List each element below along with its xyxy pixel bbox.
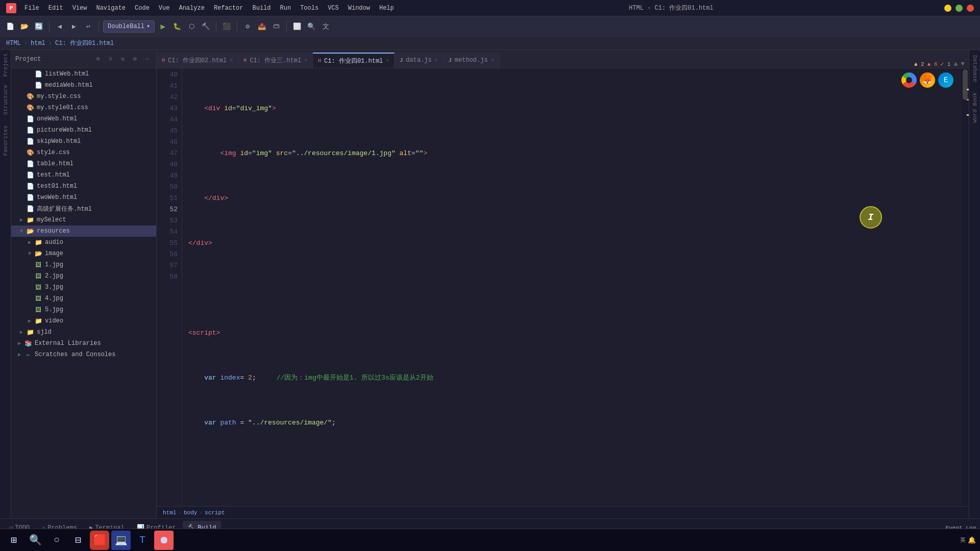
taskbar-notification[interactable]: 🔔: [968, 536, 976, 544]
menu-analyze[interactable]: Analyze: [175, 4, 208, 13]
tree-item-mystyle01[interactable]: 🎨 my.style01.css: [11, 102, 156, 113]
menu-vcs[interactable]: VCS: [324, 4, 343, 13]
bc-script[interactable]: script: [205, 510, 225, 516]
debug-button[interactable]: 🐛: [171, 20, 183, 33]
tab-close-icon[interactable]: ×: [491, 58, 494, 63]
menu-help[interactable]: Help: [375, 4, 398, 13]
scrollbar-thumb[interactable]: [963, 69, 968, 100]
build-button[interactable]: 🔨: [200, 20, 212, 33]
minimize-button[interactable]: [944, 5, 951, 12]
open-button[interactable]: 📂: [18, 20, 31, 33]
breadcrumb-file[interactable]: C1: 作业四01.html: [55, 39, 114, 47]
sidebar-icon-1[interactable]: ⊕: [93, 54, 103, 64]
stop-button[interactable]: ⬛: [220, 20, 233, 33]
tab-zuoye01-active[interactable]: H C1: 作业四01.html ×: [313, 53, 395, 68]
menu-window[interactable]: Window: [344, 4, 374, 13]
new-file-button[interactable]: 📄: [4, 20, 16, 33]
bc-html[interactable]: html: [163, 510, 176, 516]
refresh-button[interactable]: 🔄: [33, 20, 45, 33]
tab-close-icon[interactable]: ×: [230, 58, 233, 63]
menu-build[interactable]: Build: [249, 4, 275, 13]
chrome-icon[interactable]: [901, 72, 917, 88]
tree-item-style[interactable]: 🎨 style.css: [11, 147, 156, 158]
tab-close-icon[interactable]: ×: [435, 58, 438, 63]
deploy-button[interactable]: 📤: [256, 20, 268, 33]
menu-view[interactable]: View: [68, 4, 91, 13]
tree-item-4jpg[interactable]: 🖼 4.jpg: [11, 293, 156, 304]
arrow-down-icon[interactable]: ▼: [961, 60, 965, 68]
taskbar-minimize-button[interactable]: ⊟: [68, 531, 88, 550]
task-view-button[interactable]: ○: [47, 531, 66, 550]
tree-item-scratches[interactable]: ▶ ✏ Scratches and Consoles: [11, 349, 156, 360]
scrollbar[interactable]: [962, 68, 969, 506]
run-config-dropdown[interactable]: DoubleBall ▾: [103, 20, 155, 33]
cursor-indicator[interactable]: I: [860, 206, 882, 229]
edge-icon[interactable]: E: [938, 72, 953, 88]
menu-code[interactable]: Code: [131, 4, 154, 13]
tree-item-gaoji[interactable]: 📄 高级扩展任务.html: [11, 203, 156, 214]
tab-database[interactable]: Database: [970, 50, 979, 87]
arrow-up-icon[interactable]: ▲: [953, 60, 958, 68]
menu-vue[interactable]: Vue: [155, 4, 174, 13]
sidebar-icon-3[interactable]: ⇅: [117, 54, 128, 64]
tree-item-video[interactable]: ▶ 📁 video: [11, 315, 156, 327]
tab-favorites[interactable]: Favorites: [1, 120, 10, 161]
tree-item-test01[interactable]: 📄 test01.html: [11, 181, 156, 192]
tree-item-resources[interactable]: ▼ 📂 resources: [11, 226, 156, 237]
taskbar-record-button[interactable]: ⏺: [154, 531, 174, 550]
tab-zuoye3[interactable]: H C1: 作业三.html ×: [238, 53, 313, 68]
tab-datajs[interactable]: J data.js ×: [395, 53, 443, 68]
tree-item-3jpg[interactable]: 🖼 3.jpg: [11, 282, 156, 293]
tree-item-oneWeb[interactable]: 📄 oneWeb.html: [11, 113, 156, 124]
start-button[interactable]: ⊞: [4, 531, 23, 550]
search-taskbar-button[interactable]: 🔍: [26, 531, 45, 550]
tree-item-mySelect[interactable]: ▶ 📁 mySelect: [11, 214, 156, 226]
tree-item-image[interactable]: ▼ 📂 image: [11, 248, 156, 259]
tab-close-icon[interactable]: ×: [386, 58, 389, 64]
tree-item-pictureWeb[interactable]: 📄 pictureWeb.html: [11, 124, 156, 136]
breadcrumb-folder[interactable]: html: [31, 40, 45, 47]
tree-item-listWeb[interactable]: 📄 listWeb.html: [11, 68, 156, 80]
sidebar-minimize-icon[interactable]: —: [142, 54, 152, 64]
maximize-button[interactable]: [955, 5, 963, 12]
tab-structure[interactable]: Structure: [1, 80, 10, 120]
menu-refactor[interactable]: Refactor: [210, 4, 248, 13]
tree-item-twoWeb[interactable]: 📄 twoWeb.html: [11, 192, 156, 203]
history-button[interactable]: ↩: [82, 20, 94, 33]
tree-item-sjld[interactable]: ▶ 📁 sjld: [11, 327, 156, 338]
menu-edit[interactable]: Edit: [44, 4, 67, 13]
tree-item-ext-libs[interactable]: ▶ 📚 External Libraries: [11, 338, 156, 349]
database-button[interactable]: 🗃: [270, 20, 282, 33]
preview-button[interactable]: ⬜: [291, 20, 303, 33]
tree-item-2jpg[interactable]: 🖼 2.jpg: [11, 270, 156, 282]
menu-navigate[interactable]: Navigate: [92, 4, 130, 13]
tree-item-5jpg[interactable]: 🖼 5.jpg: [11, 304, 156, 315]
menu-run[interactable]: Run: [276, 4, 296, 13]
tab-project[interactable]: Project: [1, 50, 10, 80]
tree-item-mystyle[interactable]: 🎨 my.style.css: [11, 91, 156, 102]
code-editor[interactable]: 40 41 42 43 44 45 46 47 48 49 50 51 52 5…: [157, 68, 969, 506]
tree-item-audio[interactable]: ▶ 📁 audio: [11, 237, 156, 248]
run-button[interactable]: ▶: [157, 20, 169, 33]
taskbar-intellij[interactable]: 💻: [111, 531, 131, 550]
tree-item-skipWeb[interactable]: 📄 skipWeb.html: [11, 136, 156, 147]
tree-item-table[interactable]: 📄 table.html: [11, 158, 156, 169]
translate-button[interactable]: 文: [320, 20, 332, 33]
coverage-button[interactable]: ⬡: [185, 20, 198, 33]
tree-item-1jpg[interactable]: 🖼 1.jpg: [11, 259, 156, 270]
tab-zuoye02[interactable]: H C1: 作业四02.html ×: [157, 53, 238, 68]
taskbar-app-1[interactable]: 🟥: [90, 531, 109, 550]
tree-item-test[interactable]: 📄 test.html: [11, 169, 156, 181]
taskbar-t-app[interactable]: T: [133, 531, 152, 550]
tab-word-book[interactable]: Word Book: [970, 87, 979, 128]
back-button[interactable]: ◀: [54, 20, 66, 33]
sidebar-settings-icon[interactable]: ⚙: [130, 54, 140, 64]
firefox-icon[interactable]: 🦊: [920, 72, 935, 88]
forward-button[interactable]: ▶: [68, 20, 80, 33]
tab-close-icon[interactable]: ×: [304, 58, 307, 63]
tree-item-mediaWeb[interactable]: 📄 mediaWeb.html: [11, 80, 156, 91]
menu-tools[interactable]: Tools: [296, 4, 323, 13]
sidebar-icon-2[interactable]: ≡: [105, 54, 115, 64]
breadcrumb-html[interactable]: HTML: [6, 40, 21, 47]
tab-methodjs[interactable]: J method.js ×: [444, 53, 500, 68]
